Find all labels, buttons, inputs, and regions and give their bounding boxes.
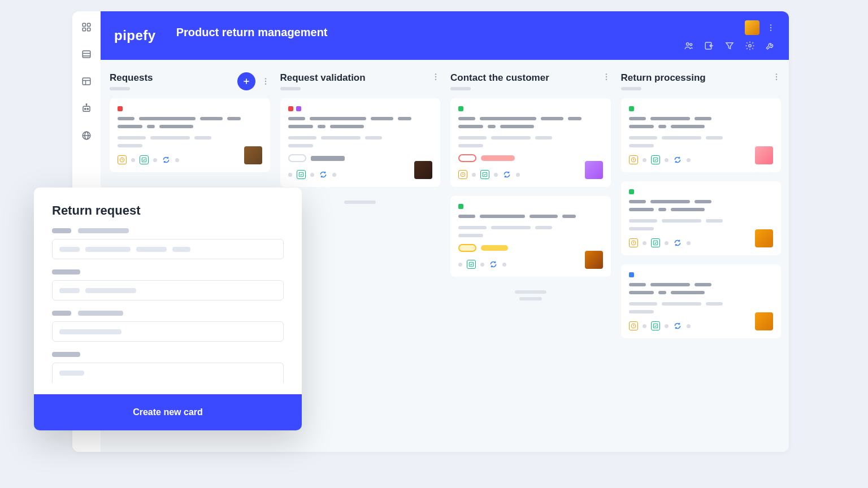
svg-point-34: [435, 79, 436, 80]
column-more-icon[interactable]: [261, 77, 270, 86]
list-icon[interactable]: [81, 49, 92, 60]
page-title: Product return management: [176, 26, 328, 39]
refresh-icon: [673, 238, 682, 247]
column-contact: Contact the customer: [450, 72, 611, 446]
text-input[interactable]: [52, 280, 284, 300]
column-footer-skeleton: [344, 201, 376, 204]
header: pipefy Product return management: [101, 11, 789, 60]
svg-point-29: [264, 83, 266, 84]
members-icon[interactable]: [684, 41, 694, 51]
assignee-avatar: [585, 251, 603, 269]
column-title: Return processing: [621, 72, 772, 84]
form-field: [52, 352, 284, 383]
tag-red: [118, 106, 123, 111]
column-subtitle-skeleton: [110, 87, 130, 90]
filter-icon[interactable]: [724, 41, 735, 51]
column-validation: Request validation: [280, 72, 441, 446]
checkbox-icon: [467, 260, 476, 269]
column-more-icon[interactable]: [602, 72, 611, 81]
svg-point-28: [264, 81, 266, 82]
kanban-card[interactable]: [110, 98, 270, 172]
text-input[interactable]: [52, 239, 284, 259]
assignee-avatar: [755, 229, 773, 247]
kanban-card[interactable]: [621, 98, 782, 172]
apps-icon[interactable]: [81, 21, 92, 33]
more-icon[interactable]: [766, 23, 775, 32]
form-field: [52, 311, 284, 342]
assignee-avatar: [414, 161, 432, 179]
assignee-avatar: [755, 146, 773, 164]
column-subtitle-skeleton: [280, 87, 301, 90]
svg-point-42: [776, 73, 777, 75]
svg-point-20: [770, 29, 771, 30]
globe-icon[interactable]: [81, 130, 92, 141]
svg-point-18: [770, 24, 771, 25]
robot-icon[interactable]: [81, 103, 92, 114]
svg-point-22: [690, 43, 692, 46]
clock-icon: [118, 155, 127, 164]
refresh-icon: [673, 321, 682, 330]
kanban-card[interactable]: [280, 98, 441, 187]
text-input[interactable]: [52, 363, 284, 383]
svg-point-12: [87, 108, 88, 110]
checkbox-icon: [140, 155, 149, 164]
kanban-card[interactable]: [450, 196, 611, 277]
column-title: Request validation: [280, 72, 432, 84]
layout-icon[interactable]: [81, 76, 92, 87]
column-subtitle-skeleton: [450, 87, 471, 90]
column-subtitle-skeleton: [621, 87, 641, 90]
svg-point-33: [435, 76, 436, 77]
column-title: Contact the customer: [450, 72, 602, 84]
svg-rect-4: [83, 51, 90, 58]
svg-point-27: [264, 78, 266, 79]
svg-point-24: [749, 45, 752, 47]
gear-icon[interactable]: [745, 41, 755, 51]
svg-rect-3: [88, 28, 90, 31]
wrench-icon[interactable]: [765, 41, 775, 51]
kanban-card[interactable]: [621, 264, 782, 338]
kanban-card[interactable]: [450, 98, 611, 187]
create-card-modal: Return request Create new card: [34, 188, 302, 430]
kanban-card[interactable]: [621, 181, 782, 255]
column-more-icon[interactable]: [772, 72, 781, 81]
svg-point-32: [435, 73, 436, 75]
refresh-icon: [319, 170, 328, 179]
assignee-avatar: [755, 312, 773, 330]
checkbox-icon: [651, 155, 660, 164]
refresh-icon: [162, 155, 171, 164]
svg-point-37: [605, 76, 606, 77]
svg-rect-7: [83, 78, 90, 85]
assignee-avatar: [244, 146, 262, 164]
column-more-icon[interactable]: [431, 72, 440, 81]
column-processing: Return processing: [621, 72, 782, 446]
create-card-button[interactable]: Create new card: [34, 394, 302, 430]
svg-point-43: [776, 76, 777, 77]
svg-point-21: [687, 43, 689, 46]
form-field: [52, 228, 284, 259]
column-footer-skeleton: [515, 290, 546, 294]
refresh-icon: [502, 170, 511, 179]
clock-icon: [629, 321, 638, 330]
checkbox-icon: [651, 321, 660, 330]
svg-rect-0: [83, 23, 85, 26]
user-avatar[interactable]: [745, 20, 760, 35]
assignee-avatar: [585, 161, 603, 179]
svg-point-38: [605, 79, 606, 80]
checkbox-icon: [480, 170, 489, 179]
svg-point-11: [85, 108, 86, 110]
text-input[interactable]: [52, 321, 284, 342]
svg-point-36: [605, 73, 606, 75]
column-footer-skeleton: [519, 297, 542, 300]
column-title: Requests: [110, 72, 237, 84]
clock-icon: [629, 238, 638, 247]
svg-point-14: [86, 104, 87, 105]
logo: pipefy: [114, 28, 156, 43]
checkbox-icon: [297, 170, 306, 179]
add-card-button[interactable]: [237, 72, 255, 90]
clock-icon: [458, 170, 467, 179]
import-icon[interactable]: [704, 41, 714, 51]
refresh-icon: [489, 260, 498, 269]
form-field: [52, 269, 284, 300]
svg-rect-10: [83, 106, 90, 111]
svg-rect-1: [88, 23, 90, 26]
